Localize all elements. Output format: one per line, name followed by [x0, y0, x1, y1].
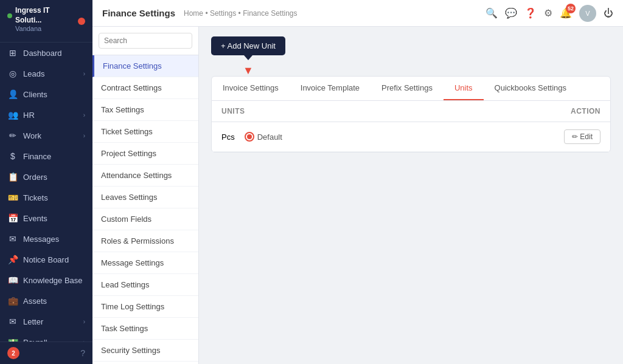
topbar-right: 🔍 💬 ❓ ⚙ 🔔 52 V ⏻: [486, 5, 613, 22]
middle-nav-contract-settings[interactable]: Contract Settings: [92, 77, 198, 99]
tab-quickbooks-settings[interactable]: Quickbooks Settings: [484, 77, 578, 100]
sidebar-item-left: 💵 Payroll: [7, 337, 47, 342]
sidebar-item-assets[interactable]: 💼 Assets: [0, 290, 92, 311]
sidebar-item-leads[interactable]: ◎ Leads ›: [0, 63, 92, 84]
online-dot: [7, 13, 12, 18]
tab-units[interactable]: Units: [444, 77, 484, 100]
sidebar-item-label: Knowledge Base: [23, 276, 83, 285]
notification-wrap[interactable]: 🔔 52: [560, 7, 572, 19]
default-label: Default: [257, 132, 282, 142]
sidebar-item-left: 📅 Events: [7, 213, 47, 223]
sidebar-item-dashboard[interactable]: ⊞ Dashboard: [0, 43, 92, 63]
middle-nav-message-settings[interactable]: Message Settings: [92, 252, 198, 274]
middle-nav: Finance SettingsContract SettingsTax Set…: [92, 27, 199, 364]
middle-nav-project-settings[interactable]: Project Settings: [92, 143, 198, 165]
dashboard-icon: ⊞: [7, 48, 18, 58]
help-circle-icon[interactable]: ❓: [524, 7, 537, 19]
sidebar-header: Ingress IT Soluti... Vandana: [0, 0, 92, 43]
notification-badge: 52: [566, 4, 576, 13]
chat-icon[interactable]: 💬: [505, 7, 517, 19]
sidebar-item-events[interactable]: 📅 Events: [0, 208, 92, 228]
avatar[interactable]: V: [579, 5, 596, 22]
middle-nav-attendance-settings[interactable]: Attendance Settings: [92, 165, 198, 187]
clients-icon: 👤: [7, 89, 18, 99]
content-wrap: Finance SettingsContract SettingsTax Set…: [92, 27, 623, 364]
sidebar-footer-badge: 2: [7, 347, 19, 359]
middle-nav-theme-settings[interactable]: Theme Settings: [92, 362, 198, 364]
work-icon: ✏: [7, 131, 18, 140]
sidebar-item-left: 👥 HR: [7, 110, 35, 120]
help-icon[interactable]: ?: [80, 348, 85, 358]
middle-nav-lead-settings[interactable]: Lead Settings: [92, 274, 198, 296]
sidebar-item-label: Work: [23, 131, 41, 140]
table-rows: Pcs Default ✏ Edit: [212, 122, 610, 152]
sidebar-item-payroll[interactable]: 💵 Payroll ›: [0, 332, 92, 342]
sidebar-item-letter[interactable]: ✉ Letter ›: [0, 311, 92, 332]
sidebar-item-orders[interactable]: 📋 Orders: [0, 167, 92, 187]
topbar: Finance Settings Home • Settings • Finan…: [92, 0, 623, 27]
sidebar-item-left: ✏ Work: [7, 131, 41, 140]
table-wrap: Units Action Pcs Default ✏ Edit: [211, 101, 611, 153]
letter-icon: ✉: [7, 317, 18, 326]
main: Finance Settings Home • Settings • Finan…: [92, 0, 623, 364]
table-row-left: Pcs Default: [221, 132, 282, 142]
sidebar-item-label: Events: [23, 214, 47, 223]
middle-nav-custom-fields[interactable]: Custom Fields: [92, 208, 198, 230]
search-icon[interactable]: 🔍: [486, 7, 498, 19]
sidebar-item-label: Finance: [23, 152, 51, 161]
sidebar-item-left: 💼 Assets: [7, 296, 47, 306]
tab-invoice-settings[interactable]: Invoice Settings: [212, 77, 290, 100]
middle-nav-ticket-settings[interactable]: Ticket Settings: [92, 121, 198, 143]
right-panel: + Add New Unit ▼ Invoice SettingsInvoice…: [199, 27, 623, 364]
sidebar-item-hr[interactable]: 👥 HR ›: [0, 105, 92, 125]
sidebar-item-finance[interactable]: $ Finance: [0, 146, 92, 167]
chevron-right-icon: ›: [83, 112, 85, 118]
sidebar-item-work[interactable]: ✏ Work ›: [0, 125, 92, 146]
assets-icon: 💼: [7, 296, 18, 306]
sidebar-item-clients[interactable]: 👤 Clients: [0, 84, 92, 105]
middle-nav-task-settings[interactable]: Task Settings: [92, 318, 198, 340]
sidebar-item-messages[interactable]: ✉ Messages: [0, 228, 92, 249]
hr-icon: 👥: [7, 110, 18, 120]
tab-invoice-template[interactable]: Invoice Template: [290, 77, 371, 100]
sidebar-item-label: Tickets: [23, 193, 48, 202]
sidebar-item-left: ⊞ Dashboard: [7, 48, 62, 58]
breadcrumb: Home • Settings • Finance Settings: [184, 9, 298, 18]
sidebar-item-knowledge-base[interactable]: 📖 Knowledge Base: [0, 270, 92, 290]
sidebar-nav: ⊞ Dashboard ◎ Leads › 👤 Clients 👥 HR › ✏…: [0, 43, 92, 342]
orders-icon: 📋: [7, 172, 18, 182]
sidebar-item-label: Letter: [23, 317, 43, 326]
middle-nav-time-log-settings[interactable]: Time Log Settings: [92, 296, 198, 318]
search-input[interactable]: [99, 33, 192, 49]
app-name: Ingress IT Soluti...: [15, 6, 78, 25]
middle-nav-list: Finance SettingsContract SettingsTax Set…: [92, 55, 198, 364]
finance-icon: $: [7, 151, 18, 161]
action-column-header: Action: [571, 107, 600, 115]
power-icon[interactable]: ⏻: [604, 8, 613, 19]
default-badge: Default: [245, 132, 282, 142]
settings-icon[interactable]: ⚙: [544, 7, 552, 19]
units-column-header: Units: [221, 107, 245, 115]
middle-nav-roles-permissions[interactable]: Roles & Permissions: [92, 230, 198, 252]
chevron-right-icon: ›: [83, 318, 85, 325]
add-new-unit-button[interactable]: + Add New Unit: [211, 36, 285, 55]
tab-prefix-settings[interactable]: Prefix Settings: [371, 77, 444, 100]
middle-nav-security-settings[interactable]: Security Settings: [92, 340, 198, 362]
tickets-icon: 🎫: [7, 193, 18, 202]
table-header: Units Action: [212, 101, 610, 122]
edit-button[interactable]: ✏ Edit: [564, 129, 600, 144]
tabs: Invoice SettingsInvoice TemplatePrefix S…: [211, 76, 611, 101]
sidebar-item-label: Orders: [23, 173, 47, 182]
events-icon: 📅: [7, 213, 18, 223]
leads-icon: ◎: [7, 69, 18, 78]
sidebar-user: Vandana: [7, 25, 78, 36]
close-icon[interactable]: [78, 18, 85, 25]
middle-nav-finance-settings[interactable]: Finance Settings: [92, 55, 198, 77]
sidebar-item-left: ✉ Messages: [7, 234, 59, 244]
sidebar-logo: Ingress IT Soluti... Vandana: [7, 6, 78, 36]
unit-name: Pcs: [221, 132, 235, 142]
middle-nav-tax-settings[interactable]: Tax Settings: [92, 99, 198, 121]
sidebar-item-notice-board[interactable]: 📌 Notice Board: [0, 249, 92, 270]
middle-nav-leaves-settings[interactable]: Leaves Settings: [92, 187, 198, 208]
sidebar-item-tickets[interactable]: 🎫 Tickets: [0, 187, 92, 208]
